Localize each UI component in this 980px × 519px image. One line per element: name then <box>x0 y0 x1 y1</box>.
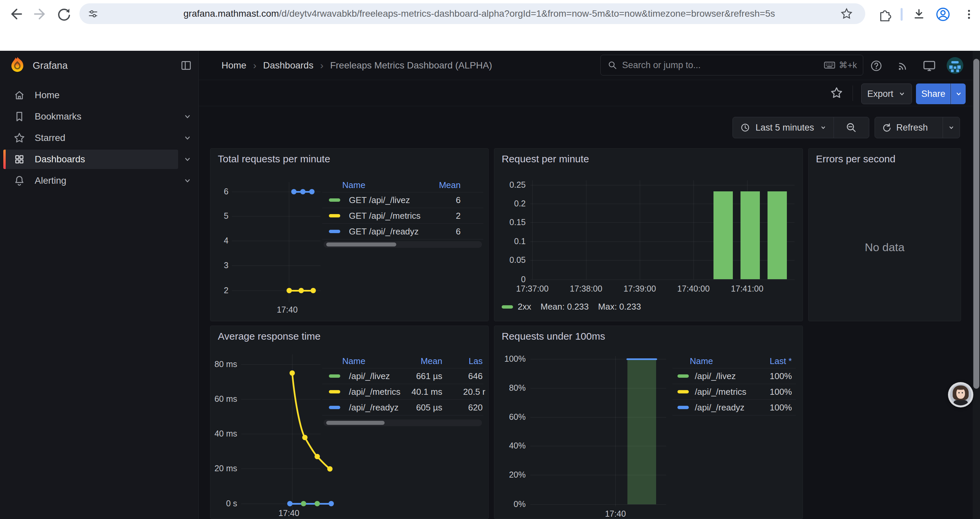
back-icon[interactable] <box>8 6 24 22</box>
bar-2xx <box>740 192 760 279</box>
panel-requests-under-100ms[interactable]: Requests under 100ms 100% 80% 60% 40% 20… <box>494 326 803 519</box>
scrollbar-thumb[interactable] <box>326 243 396 246</box>
series-color-pill <box>678 406 689 409</box>
url-domain: grafana.mathmast.com <box>183 8 279 19</box>
breadcrumb-separator: › <box>253 60 256 71</box>
panel-total-requests[interactable]: Total requests per minute 6 5 4 3 2 17:4… <box>210 148 488 321</box>
reload-icon[interactable] <box>56 6 72 22</box>
sidebar-item-label: Starred <box>35 133 65 143</box>
panel-title: Errors per second <box>816 153 895 164</box>
panel-errors-per-second[interactable]: Errors per second No data <box>808 148 961 321</box>
scrollbar-thumb[interactable] <box>326 421 385 425</box>
legend[interactable]: 2xx Mean: 0.233 Max: 0.233 <box>502 302 641 312</box>
legend-mean: 40.1 ms <box>412 387 442 397</box>
panel-avg-response-time[interactable]: Average response time 80 ms 60 ms 40 ms … <box>210 326 488 519</box>
browser-menu-icon[interactable] <box>962 7 976 21</box>
legend-header-mean[interactable]: Mean <box>439 180 461 190</box>
legend-last: 100% <box>770 371 792 382</box>
sidebar-item-alerting[interactable]: Alerting <box>0 170 199 192</box>
group-divider <box>834 117 834 138</box>
legend-row[interactable]: /api/_/metrics 100% <box>673 384 796 400</box>
sidebar-item-label: Bookmarks <box>35 111 81 122</box>
site-settings-icon[interactable] <box>88 9 98 19</box>
assistant-avatar-overlay[interactable] <box>948 382 973 407</box>
legend-name: GET /api/_/readyz <box>349 227 418 237</box>
legend-row[interactable]: /api/_/metrics 40.1 ms 20.5 r <box>322 384 483 400</box>
sidebar-item-home[interactable]: Home <box>0 85 199 106</box>
chevron-down-icon[interactable] <box>183 155 192 164</box>
legend-row[interactable]: GET /api/_/readyz 6 <box>322 224 483 240</box>
bookmark-star-icon[interactable] <box>841 8 853 20</box>
sidebar-item-dashboards[interactable]: Dashboards <box>0 149 199 170</box>
legend-header: Name Mean Las <box>322 354 483 368</box>
search-box[interactable]: ⌘+k <box>600 55 863 75</box>
breadcrumb-home[interactable]: Home <box>221 60 247 71</box>
legend-header-name[interactable]: Name <box>342 356 365 366</box>
share-button[interactable]: Share <box>916 83 951 104</box>
share-menu-button[interactable] <box>951 83 966 104</box>
export-label: Export <box>867 89 893 99</box>
brand-label: Grafana <box>33 60 68 71</box>
scrollbar-thumb[interactable] <box>973 59 979 389</box>
bar-under-100ms <box>627 360 656 504</box>
y-tick: 0.15 <box>501 217 526 227</box>
breadcrumb-dashboards[interactable]: Dashboards <box>263 60 313 71</box>
search-input[interactable] <box>622 60 795 70</box>
gridline <box>530 504 666 505</box>
keyboard-icon <box>824 59 835 71</box>
url-text: grafana.mathmast.com/d/deytv4rwavabkb/fr… <box>183 3 775 24</box>
legend-header-last[interactable]: Last * <box>770 356 792 366</box>
active-indicator <box>3 150 6 169</box>
extensions-icon[interactable] <box>877 7 891 21</box>
gridline <box>530 279 795 280</box>
time-range-picker[interactable]: Last 5 minutes <box>732 117 869 138</box>
page-scrollbar[interactable] <box>973 51 980 519</box>
help-icon[interactable] <box>870 59 883 72</box>
no-data-message: No data <box>808 241 961 254</box>
legend-last: 20.5 r <box>463 387 486 397</box>
export-button[interactable]: Export <box>861 83 912 104</box>
chevron-down-icon[interactable] <box>948 124 955 131</box>
refresh-button[interactable]: Refresh <box>875 117 960 138</box>
chevron-down-icon[interactable] <box>183 133 192 143</box>
sidebar: Grafana Home Bookmarks Starred <box>0 51 199 519</box>
sidebar-toggle-icon[interactable] <box>180 59 192 72</box>
legend-hscrollbar[interactable] <box>323 420 482 426</box>
legend-row[interactable]: GET /api/_/metrics 2 <box>322 208 483 224</box>
sidebar-item-bookmarks[interactable]: Bookmarks <box>0 106 199 127</box>
legend-hscrollbar[interactable] <box>323 241 482 248</box>
legend-row[interactable]: GET /api/_/livez 6 <box>322 192 483 208</box>
zoom-out-icon[interactable] <box>846 122 857 133</box>
panel-title: Request per minute <box>502 153 589 164</box>
legend-mean: 6 <box>456 195 461 205</box>
user-avatar[interactable] <box>947 57 963 74</box>
url-bar[interactable]: grafana.mathmast.com/d/deytv4rwavabkb/fr… <box>80 3 865 24</box>
legend-header-name[interactable]: Name <box>690 356 713 366</box>
grafana-logo[interactable] <box>9 56 26 73</box>
news-rss-icon[interactable] <box>897 59 909 72</box>
legend-header-last[interactable]: Las <box>469 356 483 366</box>
breadcrumb: Home › Dashboards › Freeleaps Metrics Da… <box>221 51 492 80</box>
x-tick: 17:37:00 <box>509 284 556 294</box>
monitor-icon[interactable] <box>923 59 936 72</box>
panel-request-per-minute[interactable]: Request per minute 0.25 0.2 0.15 0.1 0.0… <box>494 148 803 321</box>
sidebar-item-starred[interactable]: Starred <box>0 127 199 149</box>
clock-icon <box>740 123 750 133</box>
series-color-pill <box>329 406 340 409</box>
legend-header-name[interactable]: Name <box>342 180 365 190</box>
legend-row[interactable]: /api/_/livez 661 µs 646 <box>322 368 483 384</box>
legend-row[interactable]: /api/_/readyz 100% <box>673 400 796 415</box>
chevron-down-icon[interactable] <box>183 176 192 185</box>
series-point <box>310 288 316 293</box>
profile-icon[interactable] <box>935 7 951 22</box>
x-tick: 17:40 <box>600 509 630 519</box>
chevron-down-icon[interactable] <box>183 112 192 121</box>
download-icon[interactable] <box>912 7 926 21</box>
legend-row[interactable]: /api/_/readyz 605 µs 620 <box>322 400 483 415</box>
favorite-star-icon[interactable] <box>830 86 843 99</box>
legend-header-mean[interactable]: Mean <box>421 356 442 366</box>
forward-icon[interactable] <box>32 6 48 22</box>
series-point <box>286 288 292 293</box>
series-color-pill <box>329 374 340 378</box>
legend-row[interactable]: /api/_/livez 100% <box>673 368 796 384</box>
